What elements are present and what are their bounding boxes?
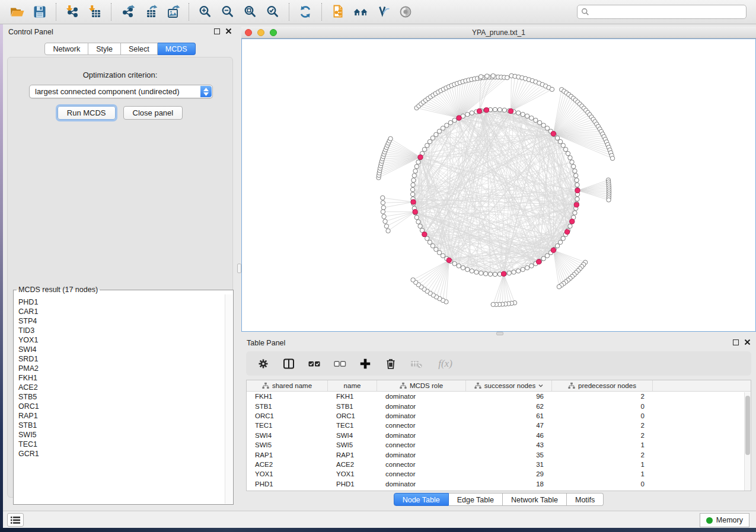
float-panel-icon[interactable] [214,28,220,34]
close-panel-button[interactable]: Close panel [123,106,183,120]
select-all-rows-icon[interactable] [308,357,321,370]
table-cell: 29 [466,470,552,477]
toolbar-separator [321,3,322,21]
table-cell: TEC1 [247,422,328,429]
zoom-fit-icon[interactable] [241,3,259,21]
table-scrollbar-thumb[interactable] [745,396,750,455]
table-row[interactable]: RAP1RAP1dominator352 [247,450,751,459]
table-row[interactable]: SWI4SWI4dominator462 [247,431,751,440]
mcds-result-item[interactable]: ACE2 [18,383,225,392]
mcds-list-scrollbar[interactable] [225,294,232,504]
refresh-icon[interactable] [296,3,314,21]
mcds-result-item[interactable]: GCR1 [18,449,225,459]
mcds-result-item[interactable]: TEC1 [18,440,225,449]
table-type-tabs: Node TableEdge TableNetwork TableMotifs [241,493,756,506]
table-row[interactable]: ACE2ACE2connector311 [247,460,751,469]
export-network-icon[interactable] [119,3,136,21]
mcds-result-item[interactable]: CAR1 [18,307,225,316]
task-history-button[interactable] [7,513,24,527]
vertical-splitter[interactable] [237,24,241,511]
close-panel-icon[interactable] [225,28,232,34]
table-cell: RAP1 [328,451,377,459]
table-cell: connector [377,422,466,429]
tab-network[interactable]: Network [44,43,88,55]
window-close-traffic-light[interactable] [245,29,252,36]
network-canvas[interactable] [241,39,756,332]
task-list-icon [11,516,20,524]
optimization-criterion-select[interactable]: largest connected component (undirected) [29,85,213,98]
table-row[interactable]: YOX1YOX1connector291 [247,469,751,479]
table-cell: SWI5 [247,441,328,448]
table-tab-motifs[interactable]: Motifs [567,493,604,506]
table-row[interactable]: ORC1ORC1dominator610 [247,411,751,421]
mcds-result-item[interactable]: TID3 [18,326,225,335]
close-table-panel-icon[interactable] [744,339,751,345]
show-hide-graphics-icon[interactable] [397,3,414,21]
mcds-result-item[interactable]: STB1 [18,421,225,430]
mcds-result-item[interactable]: ORC1 [18,402,225,411]
deselect-all-rows-icon[interactable] [333,357,346,370]
mcds-result-item[interactable]: SRD1 [18,354,225,364]
mcds-result-item[interactable]: SWI5 [18,430,225,440]
mcds-result-item[interactable]: RAP1 [18,411,225,421]
table-row[interactable]: STB1STB1dominator620 [247,401,751,411]
zoom-selected-icon[interactable] [264,3,282,21]
table-tab-network-table[interactable]: Network Table [503,493,567,506]
mcds-result-item[interactable]: STP4 [18,316,225,326]
column-header-predecessor-nodes[interactable]: predecessor nodes [552,380,653,391]
tab-style[interactable]: Style [88,43,121,55]
window-zoom-traffic-light[interactable] [270,29,277,36]
control-panel-tabs: NetworkStyleSelectMCDS [3,43,237,55]
table-tab-edge-table[interactable]: Edge Table [449,493,503,506]
table-row[interactable]: SWI5SWI5connector431 [247,440,751,450]
share-network-document-icon[interactable] [329,3,347,21]
open-session-icon[interactable] [8,3,26,21]
table-cell: 35 [466,451,552,459]
select-stepper-icon [200,86,212,97]
toolbar-separator [111,3,111,21]
zoom-out-icon[interactable] [219,3,237,21]
zoom-in-icon[interactable] [196,3,214,21]
table-cell: STB1 [328,403,377,410]
control-panel-title: Control Panel [3,28,53,36]
search-input[interactable] [577,5,747,19]
export-table-icon[interactable] [141,3,159,21]
memory-button-label: Memory [716,516,743,524]
table-cell: connector [377,461,466,468]
export-image-icon[interactable] [164,3,181,21]
create-column-icon[interactable] [359,357,372,370]
toggle-column-display-icon[interactable] [282,357,295,370]
vizmapper-icon[interactable] [374,3,392,21]
table-tab-node-table[interactable]: Node Table [394,493,449,506]
tab-select[interactable]: Select [121,43,158,55]
delete-columns-icon[interactable] [384,357,397,370]
mcds-result-item[interactable]: YOX1 [18,335,225,345]
run-mcds-button[interactable]: Run MCDS [58,106,116,120]
import-network-icon[interactable] [63,3,81,21]
function-builder-icon: f(x) [435,357,455,370]
table-cell: RAP1 [247,451,328,459]
vertical-splitter-handle[interactable] [237,264,241,273]
import-table-icon[interactable] [86,3,104,21]
window-minimize-traffic-light[interactable] [257,29,264,36]
column-header-name[interactable]: name [328,380,377,391]
table-row[interactable]: PHD1PHD1dominator180 [247,479,751,489]
mcds-result-item[interactable]: PHD1 [18,297,225,307]
table-scrollbar[interactable] [744,392,751,491]
table-row[interactable]: TEC1TEC1connector472 [247,421,751,430]
save-session-icon[interactable] [31,3,49,21]
float-table-panel-icon[interactable] [733,339,739,345]
criterion-selected-value: largest connected component (undirected) [35,87,180,96]
column-header-shared-name[interactable]: shared name [247,380,328,391]
column-header-successor-nodes[interactable]: successor nodes [466,380,552,391]
table-settings-icon[interactable] [257,357,270,370]
table-row[interactable]: FKH1FKH1dominator962 [247,392,751,401]
column-header-mcds-role[interactable]: MCDS role [377,380,466,391]
mcds-result-item[interactable]: PMA2 [18,364,225,373]
memory-button[interactable]: Memory [700,513,749,527]
tab-mcds[interactable]: MCDS [158,43,196,55]
mcds-result-item[interactable]: FKH1 [18,373,225,383]
cyndex-browse-icon[interactable] [352,3,369,21]
mcds-result-item[interactable]: SWI4 [18,345,225,354]
mcds-result-item[interactable]: STB5 [18,392,225,402]
